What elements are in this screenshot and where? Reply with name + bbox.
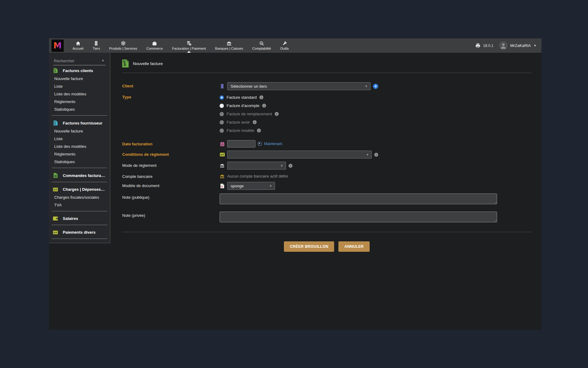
payment-terms-select[interactable]: ▼ xyxy=(227,151,372,159)
sidebar-divider xyxy=(52,168,107,168)
user-menu-chevron-down-icon[interactable]: ▼ xyxy=(533,44,537,47)
svg-text:$: $ xyxy=(54,231,55,234)
sidebar-section-salaires[interactable]: Salaires xyxy=(49,213,110,223)
sidebar-item[interactable]: TVA xyxy=(49,201,110,209)
nav-item-tiers[interactable]: Tiers xyxy=(88,38,104,53)
sidebar-section-factures-fournisseur[interactable]: $ Factures fournisseur xyxy=(49,118,110,127)
sidebar-item[interactable]: Règlements xyxy=(49,98,110,105)
nav-item-produits-services[interactable]: Produits | Services xyxy=(105,38,142,53)
payment-mode-select[interactable]: ▼ xyxy=(227,162,286,170)
client-label: Client xyxy=(122,82,220,88)
info-icon[interactable]: i xyxy=(288,164,292,168)
coins-icon: $ xyxy=(187,41,191,46)
main-menu: Accueil Tiers Produits | Services Commer… xyxy=(68,38,293,53)
public-note-textarea[interactable] xyxy=(220,194,497,204)
date-picker-icon[interactable] xyxy=(258,142,262,146)
sidebar-divider xyxy=(52,211,107,211)
create-draft-button[interactable]: CRÉER BROUILLON xyxy=(284,241,334,252)
sidebar-section-commandes-facturables[interactable]: Commandes factura… xyxy=(49,170,110,180)
bank-gold-icon xyxy=(220,174,225,178)
sidebar-item[interactable]: Nouvelle facture xyxy=(49,75,110,82)
invoice-icon: $ xyxy=(53,68,58,73)
svg-text:$: $ xyxy=(261,42,262,44)
title-divider xyxy=(122,73,531,73)
private-note-textarea[interactable] xyxy=(220,212,497,222)
username-label[interactable]: MrZaKaRiA xyxy=(510,43,531,48)
radio-facture-remplacement: Facture de remplacement i xyxy=(220,110,279,118)
search-input[interactable] xyxy=(53,58,106,65)
form-row-payment-terms: Conditions de règlement $ ▼ i xyxy=(122,149,531,160)
radio-disabled-icon xyxy=(220,128,224,133)
form-row-type: Type Facture standard i Facture d'acompt… xyxy=(122,92,531,136)
sidebar-item[interactable]: Liste xyxy=(49,82,110,90)
sidebar-item[interactable]: Liste des modèles xyxy=(49,90,110,98)
sidebar-section-charges-depenses[interactable]: $ Charges | Dépenses… xyxy=(49,184,110,194)
sidebar-item[interactable]: Charges fiscales/sociales xyxy=(49,194,110,201)
invoice-icon: $ xyxy=(122,59,129,67)
private-note-label: Note (privée) xyxy=(122,212,220,218)
avatar[interactable] xyxy=(499,41,507,50)
sidebar-item[interactable]: Nouvelle facture xyxy=(49,127,110,135)
radio-disabled-icon xyxy=(220,120,224,125)
doc-model-select[interactable]: sponge ▼ xyxy=(227,182,275,190)
radio-facture-modele: Facture modèle i xyxy=(220,126,279,135)
form-row-payment-mode: Mode de règlement ▼ i xyxy=(122,160,531,171)
briefcase-icon xyxy=(152,41,157,46)
sidebar-divider xyxy=(52,225,107,225)
radio-unselected-icon[interactable] xyxy=(220,104,224,108)
sidebar-section-paiements-divers[interactable]: $ Paiements divers xyxy=(49,227,110,236)
form-row-doc-model: Modèle de document A sponge ▼ xyxy=(122,180,531,191)
info-icon[interactable]: i xyxy=(253,120,257,124)
nav-item-commerce[interactable]: Commerce xyxy=(142,38,168,53)
version-label: 18.0.1 xyxy=(483,44,493,48)
radio-facture-avoir: Facture avoir i xyxy=(220,118,279,126)
print-icon[interactable] xyxy=(475,43,481,48)
sidebar-item[interactable]: Liste des modèles xyxy=(49,143,110,150)
building-icon xyxy=(94,41,98,46)
info-icon[interactable]: i xyxy=(259,95,263,99)
bank-account-label: Compte bancaire xyxy=(122,173,220,179)
radio-facture-standard[interactable]: Facture standard i xyxy=(220,93,279,102)
cancel-button[interactable]: ANNULER xyxy=(338,241,369,252)
date-label: Date facturation xyxy=(122,140,220,146)
app-logo-letter: M xyxy=(54,41,62,50)
nav-item-comptabilite[interactable]: $ Comptabilité xyxy=(248,38,276,53)
sidebar-item[interactable]: Règlements xyxy=(49,150,110,158)
info-icon[interactable]: i xyxy=(275,112,279,116)
svg-text:$: $ xyxy=(124,63,126,67)
nav-item-facturation-paiement[interactable]: $ Facturation | Paiement xyxy=(168,38,210,53)
svg-text:A: A xyxy=(221,185,223,188)
sidebar-item[interactable]: Statistiques xyxy=(49,105,110,113)
page-title: Nouvelle facture xyxy=(133,61,163,66)
radio-facture-acompte[interactable]: Facture d'acompte i xyxy=(220,102,279,110)
money-check-icon: $ xyxy=(53,188,58,191)
info-icon[interactable]: i xyxy=(262,104,266,108)
app-logo[interactable]: M xyxy=(51,40,64,52)
payment-terms-label: Conditions de règlement xyxy=(122,151,220,157)
sidebar-divider xyxy=(52,115,107,116)
now-link[interactable]: Maintenant xyxy=(264,142,282,146)
invoice-date-input[interactable] xyxy=(227,140,255,148)
invoice-icon xyxy=(53,173,58,178)
sidebar-item[interactable]: Liste xyxy=(49,135,110,143)
page-title-row: $ Nouvelle facture xyxy=(122,59,531,67)
sidebar-section-factures-clients[interactable]: $ Factures clients xyxy=(49,65,110,75)
info-icon[interactable]: i xyxy=(257,128,261,132)
radio-selected-icon[interactable] xyxy=(220,95,224,100)
search-dollar-icon: $ xyxy=(259,41,264,46)
nav-item-banques-caisses[interactable]: Banques | Caisses xyxy=(210,38,248,53)
bank-icon xyxy=(227,41,232,46)
nav-item-accueil[interactable]: Accueil xyxy=(68,38,88,53)
company-icon xyxy=(220,84,225,89)
nav-item-outils[interactable]: Outils xyxy=(276,38,293,53)
add-thirdparty-button[interactable]: + xyxy=(373,84,378,89)
client-select[interactable]: Sélectionner un tiers ▼ xyxy=(227,82,371,90)
payment-mode-label: Mode de règlement xyxy=(122,162,220,168)
top-navigation-bar: M Accueil Tiers Produits | Services xyxy=(49,38,541,53)
info-icon[interactable]: i xyxy=(374,153,378,157)
select-chevron-down-icon: ▼ xyxy=(366,153,369,156)
public-note-label: Note (publique) xyxy=(122,194,220,200)
select-chevron-down-icon: ▼ xyxy=(365,85,368,88)
svg-text:$: $ xyxy=(221,154,222,156)
sidebar-item[interactable]: Statistiques xyxy=(49,158,110,166)
